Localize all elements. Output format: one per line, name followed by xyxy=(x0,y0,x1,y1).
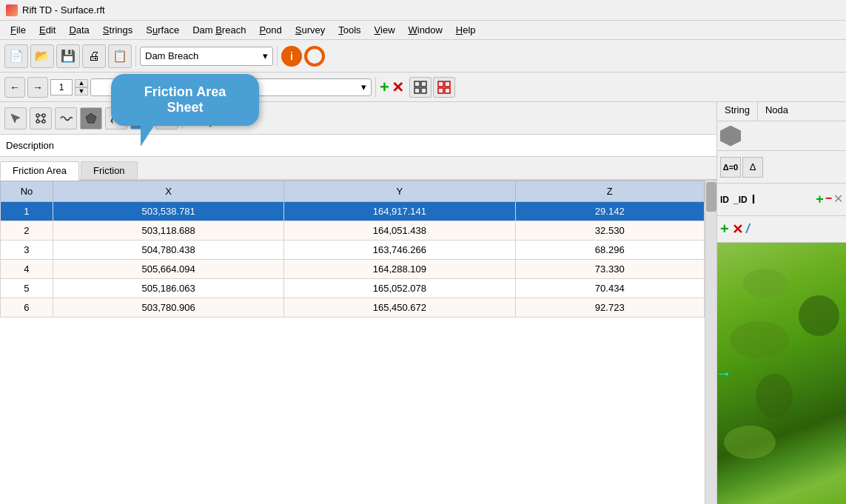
col-header-no: No xyxy=(1,181,53,202)
open-button[interactable]: 📂 xyxy=(30,44,54,68)
menu-help[interactable]: Help xyxy=(450,23,482,37)
rs-x-btn[interactable]: ✕ xyxy=(833,192,843,207)
menu-window[interactable]: Window xyxy=(403,23,449,37)
menu-strings[interactable]: Strings xyxy=(97,23,138,37)
spin-up[interactable]: ▲ xyxy=(75,79,88,87)
svg-point-8 xyxy=(36,114,39,117)
svg-rect-6 xyxy=(438,88,443,93)
separator-3 xyxy=(375,77,376,98)
rs-add-btn[interactable]: + xyxy=(720,221,729,238)
svg-rect-1 xyxy=(421,81,426,87)
id-pipe: I xyxy=(752,193,755,206)
menu-data[interactable]: Data xyxy=(63,23,95,37)
cell-no: 3 xyxy=(1,241,53,260)
poly-tool[interactable] xyxy=(80,107,102,130)
step-input[interactable] xyxy=(50,79,73,95)
cell-x: 504,780.438 xyxy=(53,241,283,260)
description-label: Description xyxy=(6,140,54,151)
menu-surface[interactable]: Surface xyxy=(140,23,185,37)
rs-string-header: String Noda xyxy=(717,102,846,121)
svg-rect-2 xyxy=(414,88,420,93)
grid-btn-2[interactable] xyxy=(433,77,455,98)
table-row[interactable]: 2 503,118.688 164,051.438 32.530 xyxy=(1,221,705,241)
export-button[interactable]: 📋 xyxy=(108,44,132,68)
menu-tools[interactable]: Tools xyxy=(332,23,366,37)
cell-y: 164,917.141 xyxy=(284,202,515,221)
step-spinner[interactable]: ▲ ▼ xyxy=(75,79,88,95)
string-tab-label[interactable]: String xyxy=(717,102,758,121)
table-row[interactable]: 6 503,780.906 165,450.672 92.723 xyxy=(1,298,705,317)
wave-tool[interactable] xyxy=(55,107,77,130)
menu-view[interactable]: View xyxy=(369,23,401,37)
hex-shape-tool[interactable] xyxy=(720,126,741,147)
grid-btn-1[interactable] xyxy=(409,77,432,98)
rs-del-btn[interactable]: ✕ xyxy=(732,221,743,238)
title-bar: Rift TD - Surface.rft xyxy=(0,0,846,21)
string-dropdown-arrow: ▾ xyxy=(361,81,366,93)
svg-rect-7 xyxy=(445,88,450,93)
cell-z: 32.530 xyxy=(515,221,705,241)
forward-button[interactable]: → xyxy=(27,77,48,98)
menu-pond[interactable]: Pond xyxy=(253,23,287,37)
cell-y: 164,288.109 xyxy=(284,260,515,279)
map-arrow: → xyxy=(717,364,732,383)
new-button[interactable]: 📄 xyxy=(4,44,28,68)
noda-tab-label[interactable]: Noda xyxy=(758,102,796,121)
print-button[interactable]: 🖨 xyxy=(82,44,106,68)
menu-file[interactable]: File xyxy=(4,23,32,37)
delta-btn[interactable]: Δ xyxy=(742,157,763,178)
tab-friction-area[interactable]: Friction Area xyxy=(0,161,79,181)
table-row[interactable]: 3 504,780.438 163,746.266 68.296 xyxy=(1,241,705,260)
dropdown-arrow: ▾ xyxy=(263,50,268,61)
menu-dam-breach[interactable]: Dam Breach xyxy=(187,23,252,37)
rs-toolbar-3: ID _ID I + − ✕ xyxy=(717,184,846,216)
content-row: ✓ Description Friction Area Friction xyxy=(0,102,846,504)
cell-y: 165,052.078 xyxy=(284,279,515,298)
table-area: No X Y Z 1 503,538.781 164,917.141 29.14… xyxy=(0,181,716,504)
cell-x: 503,780.906 xyxy=(53,298,283,317)
svg-point-10 xyxy=(36,120,39,123)
back-button[interactable]: ← xyxy=(4,77,25,98)
spin-down[interactable]: ▼ xyxy=(75,87,88,95)
svg-rect-3 xyxy=(421,88,426,93)
toolbar-1: 📄 📂 💾 🖨 📋 Dam Breach ▾ i Friction Area S… xyxy=(0,40,846,73)
save-button[interactable]: 💾 xyxy=(56,44,80,68)
cell-z: 73.330 xyxy=(515,260,705,279)
table-row[interactable]: 4 505,664.094 164,288.109 73.330 xyxy=(1,260,705,279)
table-row[interactable]: 1 503,538.781 164,917.141 29.142 xyxy=(1,202,705,221)
table-header-row: No X Y Z xyxy=(1,181,705,202)
col-header-y: Y xyxy=(284,181,515,202)
tab-friction[interactable]: Friction xyxy=(81,161,138,179)
id-btn-1[interactable]: Δ=0 xyxy=(720,157,741,178)
col-header-x: X xyxy=(53,181,283,202)
cell-no: 6 xyxy=(1,298,53,317)
scrollbar-thumb[interactable] xyxy=(706,182,716,212)
node-tool[interactable] xyxy=(30,107,52,130)
menu-survey[interactable]: Survey xyxy=(289,23,331,37)
col-header-z: Z xyxy=(515,181,705,202)
cell-no: 4 xyxy=(1,260,53,279)
dam-breach-dropdown[interactable]: Dam Breach ▾ xyxy=(140,47,273,66)
svg-rect-0 xyxy=(414,81,420,87)
cell-y: 164,051.438 xyxy=(284,221,515,241)
cell-no: 5 xyxy=(1,279,53,298)
tooltip-bubble: Friction Area Sheet xyxy=(111,74,259,126)
delete-point-button[interactable]: ✕ xyxy=(392,78,404,96)
data-table: No X Y Z 1 503,538.781 164,917.141 29.14… xyxy=(0,181,705,504)
rs-plus-btn[interactable]: + xyxy=(816,192,824,207)
rs-toolbar-2: Δ=0 Δ xyxy=(717,151,846,184)
ring-button[interactable] xyxy=(304,46,325,67)
svg-rect-5 xyxy=(445,81,450,87)
cell-z: 92.723 xyxy=(515,298,705,317)
id-label-2: _ID xyxy=(733,195,748,205)
add-point-button[interactable]: + xyxy=(380,78,389,97)
rs-minus-btn[interactable]: − xyxy=(825,192,832,207)
rs-line-btn[interactable]: / xyxy=(746,221,750,237)
cursor-tool[interactable] xyxy=(4,107,27,130)
separator-2 xyxy=(277,46,278,67)
menu-edit[interactable]: Edit xyxy=(33,23,61,37)
app-window: Rift TD - Surface.rft File Edit Data Str… xyxy=(0,0,846,504)
info-button[interactable]: i xyxy=(281,46,302,67)
table-scrollbar[interactable] xyxy=(705,181,716,504)
table-row[interactable]: 5 505,186.063 165,052.078 70.434 xyxy=(1,279,705,298)
